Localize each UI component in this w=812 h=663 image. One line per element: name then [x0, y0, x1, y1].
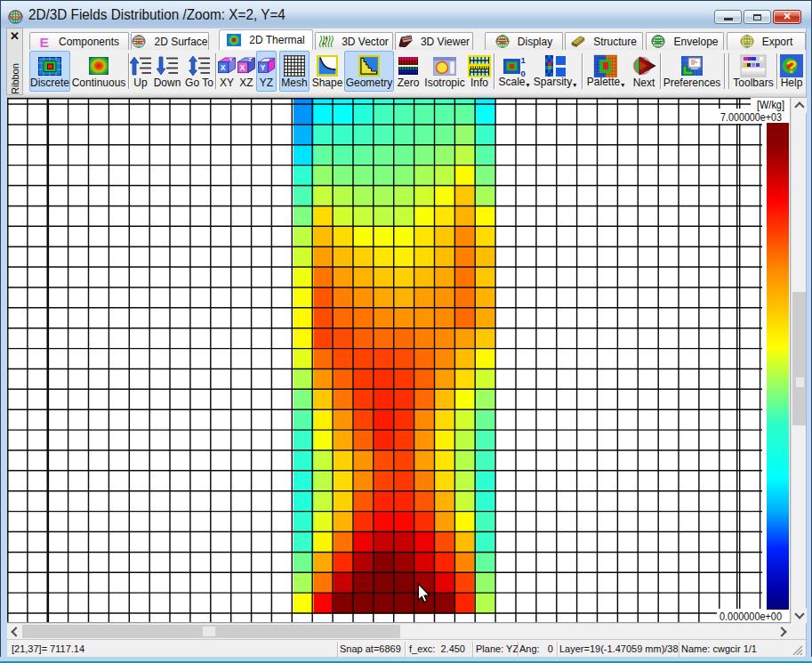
svg-text:7.000000e+03: 7.000000e+03 — [720, 111, 782, 124]
svg-text:Z: Z — [249, 56, 253, 62]
svg-text:X: X — [221, 63, 226, 72]
svg-text:1: 1 — [520, 55, 526, 65]
svg-text:[W/kg]: [W/kg] — [757, 99, 784, 111]
svg-text:X: X — [240, 63, 245, 72]
svg-text:?: ? — [786, 56, 798, 77]
svg-text:Z: Z — [269, 57, 272, 62]
svg-text:0.000000e+00: 0.000000e+00 — [720, 610, 782, 623]
svg-text:E: E — [39, 35, 48, 49]
svg-text:Y: Y — [261, 64, 266, 72]
